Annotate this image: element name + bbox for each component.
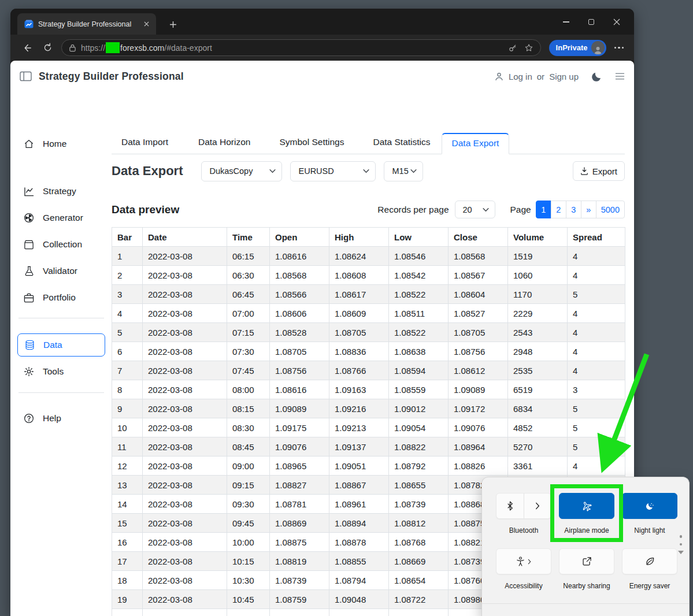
tab-data-horizon[interactable]: Data Horizon: [188, 133, 260, 154]
table-cell: 17: [112, 552, 143, 571]
bluetooth-button[interactable]: [496, 493, 551, 519]
close-button[interactable]: [604, 13, 629, 31]
table-cell: 1.08794: [329, 571, 389, 590]
table-cell: 1.08812: [389, 514, 449, 533]
table-header-row: Bar Date Time Open High Low Close Volume…: [112, 228, 625, 247]
table-cell: 2022-03-08: [143, 476, 227, 495]
table-cell: 1.08756: [270, 361, 329, 380]
page-button-1[interactable]: 1: [536, 201, 551, 218]
table-cell: 1.08609: [329, 304, 389, 323]
sidebar-item-strategy[interactable]: Strategy: [17, 183, 105, 199]
page-button-next[interactable]: »: [581, 201, 596, 218]
tab-data-statistics[interactable]: Data Statistics: [363, 133, 440, 154]
table-cell: 1.08705: [449, 323, 508, 342]
period-select[interactable]: M15: [384, 161, 423, 181]
sidebar-item-data[interactable]: Data: [17, 333, 105, 357]
sidebar-item-validator[interactable]: Validator: [17, 263, 105, 279]
maximize-button[interactable]: [579, 13, 604, 31]
table-cell: 07:30: [227, 342, 270, 361]
favorite-star-icon[interactable]: [524, 43, 533, 53]
refresh-icon[interactable]: [39, 39, 56, 57]
header-time: Time: [227, 228, 270, 247]
table-cell: 9: [112, 399, 143, 418]
page-title: Data Export: [112, 164, 183, 179]
table-cell: 2022-03-08: [143, 266, 227, 285]
table-cell: 3361: [508, 457, 568, 476]
dark-mode-moon-icon[interactable]: [591, 71, 602, 82]
table-cell: 1.08756: [449, 342, 508, 361]
sidebar-item-portfolio[interactable]: Portfolio: [17, 290, 105, 306]
sidebar-divider: [18, 392, 104, 393]
bluetooth-icon[interactable]: [496, 493, 524, 518]
accessibility-icon: [516, 556, 531, 566]
night-light-button[interactable]: [622, 493, 677, 519]
energy-saver-button[interactable]: [622, 548, 677, 574]
table-cell: 09:30: [227, 495, 270, 514]
header-high: High: [329, 228, 389, 247]
table-cell: 1.08522: [389, 285, 449, 304]
tab-symbol-settings[interactable]: Symbol Settings: [269, 133, 354, 154]
page-button-3[interactable]: 3: [566, 201, 581, 218]
sidebar-item-generator[interactable]: Generator: [17, 210, 105, 226]
table-cell: 5: [568, 418, 625, 437]
tab-data-import[interactable]: Data Import: [112, 133, 178, 154]
table-cell: 1.08528: [270, 323, 329, 342]
signup-link[interactable]: Sign up: [549, 72, 579, 81]
table-cell: 1.09172: [449, 399, 508, 418]
sidebar-item-tools[interactable]: Tools: [17, 363, 105, 380]
table-cell: 1.08766: [329, 361, 389, 380]
table-row: 102022-03-0808:301.091751.092131.090541.…: [112, 418, 625, 437]
inprivate-badge[interactable]: InPrivate: [549, 40, 606, 56]
page-button-last[interactable]: 5000: [596, 201, 625, 218]
airplane-mode-button[interactable]: [559, 493, 614, 519]
auth-or-text: or: [537, 72, 544, 81]
site-menu-icon[interactable]: [615, 72, 625, 80]
tab-close-icon[interactable]: [141, 19, 151, 29]
chevron-down-icon: [269, 169, 276, 173]
table-cell: 1.08819: [270, 552, 329, 571]
sidebar-item-collection[interactable]: Collection: [17, 236, 105, 253]
profile-avatar: [591, 41, 605, 54]
table-cell: 1.09216: [329, 399, 389, 418]
header-volume: Volume: [508, 228, 568, 247]
symbol-select[interactable]: EURUSD: [290, 161, 376, 181]
table-cell: 06:15: [227, 247, 270, 266]
sidebar-item-home[interactable]: Home: [17, 136, 105, 152]
browser-tab[interactable]: Strategy Builder Professional: [17, 13, 156, 35]
minimize-button[interactable]: [553, 13, 579, 31]
login-link[interactable]: Log in: [509, 72, 532, 81]
export-button[interactable]: Export: [573, 161, 625, 181]
table-cell: 1.08624: [329, 247, 389, 266]
page-button-2[interactable]: 2: [551, 201, 566, 218]
new-tab-icon[interactable]: [168, 19, 178, 29]
energy-saver-label: Energy saver: [622, 582, 677, 590]
address-bar[interactable]: https://forexsb.com/#data-export: [61, 39, 541, 56]
table-row: 122022-03-0809:001.089651.090511.087921.…: [112, 457, 625, 476]
header-close: Close: [449, 228, 508, 247]
data-source-select[interactable]: DukasCopy: [201, 161, 282, 181]
airplane-mode-label: Airplane mode: [559, 526, 614, 535]
table-row: 62022-03-0807:301.087051.088361.086381.0…: [112, 342, 625, 361]
back-icon[interactable]: [18, 39, 35, 57]
header-bar: Bar: [112, 228, 143, 247]
quick-settings-page-indicator[interactable]: [678, 535, 684, 554]
table-cell: 1.08722: [389, 590, 449, 609]
accessibility-button[interactable]: [496, 548, 551, 574]
nearby-sharing-button[interactable]: [559, 548, 614, 574]
nearby-sharing-icon: [582, 556, 592, 566]
table-cell: 09:45: [227, 514, 270, 533]
sidebar-item-help[interactable]: Help: [17, 410, 105, 426]
records-per-page-select[interactable]: 20: [455, 201, 495, 218]
browser-menu-icon[interactable]: [614, 47, 624, 49]
table-cell: 1.09048: [329, 590, 389, 609]
table-cell: 1.08654: [389, 571, 449, 590]
nearby-sharing-label: Nearby sharing: [559, 582, 614, 590]
table-row: 92022-03-0808:151.090891.092161.090121.0…: [112, 399, 625, 418]
tab-data-export[interactable]: Data Export: [442, 133, 510, 154]
table-cell: 4: [112, 304, 143, 323]
password-key-icon[interactable]: [508, 43, 517, 53]
bluetooth-expand-chevron-icon[interactable]: [524, 493, 551, 518]
table-cell: 2022-03-08: [143, 304, 227, 323]
validator-flask-icon: [23, 266, 35, 276]
table-cell: 1.08781: [270, 495, 329, 514]
